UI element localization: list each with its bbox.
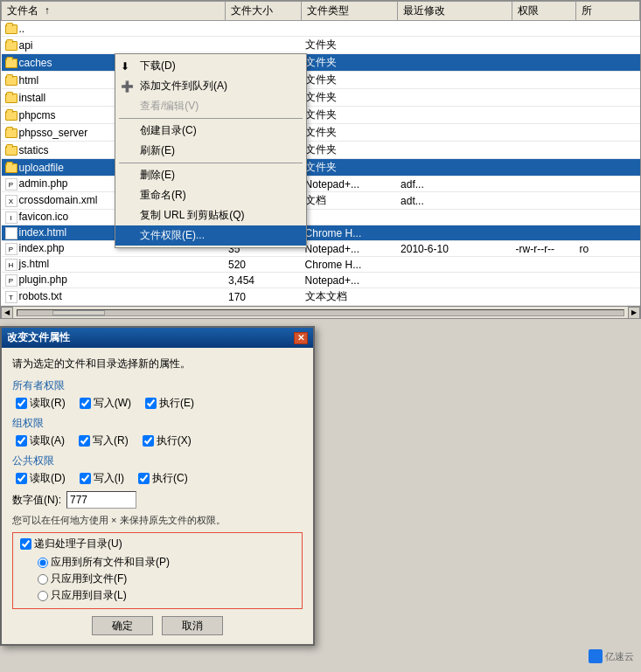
file-owner-cell [575, 273, 639, 288]
group-execute-checkbox[interactable]: 执行(X) [143, 433, 192, 448]
file-type-cell: 文件夹 [302, 89, 398, 107]
file-owner-cell: ro [575, 241, 639, 257]
table-row[interactable]: Hindex.htmlChrome H... [2, 225, 640, 241]
file-table: 文件名 ↑ 文件大小 文件类型 最近修改 权限 所 ..api文件夹caches… [1, 1, 640, 306]
radio-all[interactable]: 应用到所有文件和目录(P) [38, 555, 295, 570]
file-name-cell: Pplugin.php [2, 273, 226, 288]
owner-execute-checkbox[interactable]: 执行(E) [145, 396, 194, 411]
col-permissions[interactable]: 权限 [512, 2, 575, 21]
col-owner[interactable]: 所 [575, 2, 639, 21]
table-row[interactable]: Hjs.html520Chrome H... [2, 257, 640, 273]
context-menu-item[interactable]: 创建目录(C) [115, 121, 306, 141]
folder-icon [5, 59, 17, 68]
file-icon: P [5, 243, 17, 255]
context-menu-item[interactable]: 重命名(R) [115, 185, 306, 205]
file-type-cell: Chrome H... [302, 225, 398, 241]
file-owner-cell [575, 37, 639, 54]
file-manager: 文件名 ↑ 文件大小 文件类型 最近修改 权限 所 ..api文件夹caches… [0, 0, 641, 319]
table-row[interactable]: phpcms文件夹 [2, 107, 640, 124]
context-menu-item[interactable]: ➕添加文件到队列(A) [115, 76, 306, 96]
file-permissions-cell [512, 54, 575, 72]
menu-separator [119, 163, 303, 163]
file-permissions-cell [512, 177, 575, 192]
public-permissions-row: 读取(D) 写入(I) 执行(C) [12, 471, 303, 486]
col-type[interactable]: 文件类型 [302, 2, 398, 21]
file-modified-cell [397, 37, 512, 54]
cancel-button[interactable]: 取消 [162, 616, 223, 635]
table-row[interactable]: .. [2, 21, 640, 37]
file-size-cell: 170 [225, 288, 302, 306]
table-row[interactable]: Xcrossdomain.xml文档adt... [2, 192, 640, 210]
table-row[interactable]: Pindex.php35Notepad+...2010-6-10-rw-r--r… [2, 241, 640, 257]
owner-permissions-section: 所有者权限 读取(R) 写入(W) 执行(E) [12, 378, 303, 411]
file-type-cell: Notepad+... [302, 177, 398, 192]
table-row[interactable]: statics文件夹 [2, 142, 640, 159]
file-type-cell: 文件夹 [302, 142, 398, 159]
numeric-input[interactable] [66, 491, 136, 509]
file-type-cell: 文档 [302, 192, 398, 210]
context-menu-item[interactable]: 文件权限(E)... [115, 225, 306, 246]
file-modified-cell [397, 288, 512, 306]
col-modified[interactable]: 最近修改 [397, 2, 512, 21]
file-modified-cell [397, 142, 512, 159]
download-icon: ⬇ [121, 60, 129, 73]
context-menu-item[interactable]: 删除(E) [115, 165, 306, 185]
table-row[interactable]: html文件夹 [2, 72, 640, 89]
table-row[interactable]: Ifavicon.ico [2, 210, 640, 225]
file-owner-cell [575, 225, 639, 241]
file-permissions-cell [512, 288, 575, 306]
table-row[interactable]: Trobots.txt170文本文档 [2, 288, 640, 306]
recursive-checkbox[interactable]: 递归处理子目录(U) [20, 537, 295, 551]
radio-files[interactable]: 只应用到文件(F) [38, 572, 295, 586]
public-read-checkbox[interactable]: 读取(D) [16, 471, 66, 486]
table-row[interactable]: caches文件夹 [2, 54, 640, 72]
ok-button[interactable]: 确定 [92, 616, 153, 635]
group-permissions-row: 读取(A) 写入(R) 执行(X) [12, 433, 303, 448]
file-size-cell: 520 [225, 257, 302, 273]
table-row[interactable]: install文件夹 [2, 89, 640, 107]
file-permissions-cell [512, 192, 575, 210]
radio-group: 应用到所有文件和目录(P) 只应用到文件(F) 只应用到目录(L) [20, 555, 295, 603]
file-type-cell: 文件夹 [302, 37, 398, 54]
folder-icon [5, 111, 17, 121]
menu-separator [119, 118, 303, 119]
scrollbar-thumb[interactable] [52, 310, 105, 315]
table-row[interactable]: Pplugin.php3,454Notepad+... [2, 273, 640, 288]
scrollbar-track[interactable] [17, 309, 624, 316]
scroll-right-btn[interactable]: ▶ [628, 307, 640, 319]
col-name[interactable]: 文件名 ↑ [2, 2, 226, 21]
file-icon: T [5, 291, 17, 303]
dialog-overlay: 改变文件属性 ✕ 请为选定的文件和目录选择新的属性。 所有者权限 读取(R) 写… [0, 326, 641, 667]
dialog-close-btn[interactable]: ✕ [294, 332, 308, 344]
numeric-row: 数字值(N): [12, 491, 303, 509]
owner-write-checkbox[interactable]: 写入(W) [80, 396, 131, 411]
add-icon: ➕ [121, 80, 134, 93]
table-row[interactable]: phpsso_server文件夹 [2, 124, 640, 142]
owner-permissions-label: 所有者权限 [12, 378, 303, 393]
scroll-left-btn[interactable]: ◀ [1, 307, 13, 319]
public-execute-checkbox[interactable]: 执行(C) [138, 471, 188, 486]
file-type-cell: 文件夹 [302, 54, 398, 72]
folder-icon [5, 163, 17, 173]
numeric-label: 数字值(N): [12, 493, 61, 508]
file-type-cell: Notepad+... [302, 273, 398, 288]
file-permissions-cell [512, 124, 575, 142]
table-row[interactable]: Padmin.phpNotepad+...adf... [2, 177, 640, 192]
table-row[interactable]: uploadfile文件夹 [2, 159, 640, 177]
owner-read-checkbox[interactable]: 读取(R) [16, 396, 66, 411]
context-menu-item[interactable]: 复制 URL 到剪贴板(Q) [115, 205, 306, 225]
context-menu-item[interactable]: ⬇下载(D) [115, 56, 306, 76]
group-read-checkbox[interactable]: 读取(A) [16, 433, 65, 448]
col-size[interactable]: 文件大小 [225, 2, 302, 21]
file-owner-cell [575, 257, 639, 273]
watermark: 亿速云 [589, 649, 634, 663]
group-write-checkbox[interactable]: 写入(R) [79, 433, 129, 448]
table-row[interactable]: api文件夹 [2, 37, 640, 54]
dialog-description: 请为选定的文件和目录选择新的属性。 [12, 357, 303, 371]
scrollbar[interactable]: ◀ ▶ [1, 306, 640, 318]
folder-icon [5, 76, 17, 86]
context-menu-item[interactable]: 刷新(E) [115, 141, 306, 161]
file-owner-cell [575, 107, 639, 124]
public-write-checkbox[interactable]: 写入(I) [80, 471, 124, 486]
radio-dirs[interactable]: 只应用到目录(L) [38, 588, 295, 603]
